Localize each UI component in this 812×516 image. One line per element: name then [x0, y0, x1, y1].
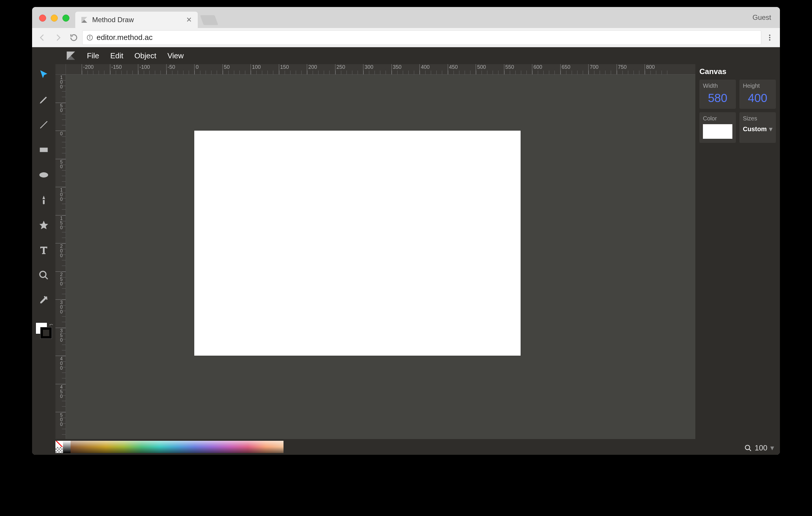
- svg-rect-11: [40, 148, 48, 152]
- palette-grayscale[interactable]: [63, 441, 70, 453]
- svg-line-14: [45, 277, 48, 279]
- canvas-color-swatch[interactable]: [703, 124, 732, 139]
- width-value[interactable]: 580: [703, 92, 732, 105]
- svg-line-16: [749, 449, 751, 451]
- browser-menu-button[interactable]: [762, 30, 777, 45]
- canvas-sizes-field[interactable]: Sizes Custom ▾: [740, 112, 776, 143]
- canvas-color-field[interactable]: Color: [699, 112, 736, 143]
- statusbar: 100 ▾: [32, 439, 780, 455]
- menu-file[interactable]: File: [87, 51, 99, 60]
- menu-edit[interactable]: Edit: [110, 51, 123, 60]
- svg-point-15: [745, 445, 750, 450]
- sizes-label: Sizes: [743, 115, 772, 122]
- ruler-horizontal[interactable]: -200-150-100-500501001502002503003504004…: [66, 64, 695, 74]
- canvas-height-field[interactable]: Height 400: [740, 80, 776, 109]
- canvas-area: -200-150-100-500501001502002503003504004…: [55, 64, 695, 439]
- address-bar[interactable]: editor.method.ac: [82, 30, 761, 45]
- zoom-tool[interactable]: [38, 269, 50, 281]
- panel-title: Canvas: [699, 67, 776, 76]
- zoom-icon: [744, 444, 752, 452]
- back-button[interactable]: [35, 30, 50, 45]
- browser-window: Method Draw ✕ Guest editor.method.ac: [32, 7, 780, 455]
- dropdown-caret-icon: ▾: [769, 125, 772, 133]
- properties-panel: Canvas Width 580 Height 400 Color: [695, 64, 780, 439]
- palette-transparent[interactable]: [55, 447, 63, 453]
- tab-title: Method Draw: [92, 16, 181, 24]
- shape-tool[interactable]: [38, 219, 50, 231]
- zoom-control[interactable]: 100 ▾: [744, 444, 774, 452]
- svg-point-6: [769, 37, 771, 38]
- forward-button[interactable]: [51, 30, 65, 45]
- color-label: Color: [703, 115, 732, 122]
- browser-tabstrip: Method Draw ✕ Guest: [32, 7, 780, 28]
- svg-point-12: [39, 172, 48, 178]
- pencil-tool[interactable]: [38, 94, 50, 105]
- svg-point-4: [90, 36, 90, 36]
- stroke-swatch[interactable]: [40, 327, 52, 339]
- app-menubar: File Edit Object View: [32, 47, 780, 64]
- close-window-button[interactable]: [39, 14, 46, 22]
- text-tool[interactable]: [38, 244, 50, 256]
- path-tool[interactable]: [38, 194, 50, 206]
- window-controls: [39, 14, 69, 22]
- svg-point-13: [40, 271, 46, 277]
- swap-fill-stroke-icon[interactable]: ⤺: [49, 322, 53, 327]
- height-value[interactable]: 400: [743, 92, 772, 105]
- palette-colors[interactable]: [70, 441, 284, 453]
- browser-tab[interactable]: Method Draw ✕: [75, 12, 198, 28]
- color-palette[interactable]: [55, 441, 284, 453]
- ellipse-tool[interactable]: [38, 169, 50, 181]
- rectangle-tool[interactable]: [38, 144, 50, 156]
- url-text: editor.method.ac: [96, 33, 152, 42]
- canvas-width-field[interactable]: Width 580: [699, 80, 736, 109]
- reload-button[interactable]: [66, 30, 81, 45]
- palette-none[interactable]: [55, 441, 63, 447]
- eyedropper-tool[interactable]: [38, 295, 50, 306]
- zoom-value[interactable]: 100: [755, 444, 767, 452]
- app-logo-icon[interactable]: [66, 51, 76, 61]
- ruler-vertical[interactable]: 10050050100150200250300350400450500: [55, 74, 66, 439]
- fill-stroke-swatches[interactable]: ⤺: [36, 323, 52, 339]
- maximize-window-button[interactable]: [62, 14, 69, 22]
- profile-label[interactable]: Guest: [753, 13, 771, 22]
- ruler-corner: [55, 64, 66, 74]
- svg-line-10: [40, 121, 47, 128]
- select-tool[interactable]: [38, 69, 50, 81]
- menu-object[interactable]: Object: [135, 51, 156, 60]
- new-tab-button[interactable]: [200, 15, 218, 25]
- tab-close-button[interactable]: ✕: [185, 16, 193, 24]
- svg-point-7: [769, 39, 771, 40]
- minimize-window-button[interactable]: [51, 14, 58, 22]
- svg-point-5: [769, 34, 771, 36]
- menu-view[interactable]: View: [167, 51, 184, 60]
- workspace: ⤺ -200-150-100-5005010015020025030035040…: [32, 64, 780, 439]
- sizes-value: Custom: [743, 125, 767, 133]
- artboard[interactable]: [194, 131, 521, 356]
- tab-favicon: [80, 16, 89, 24]
- height-label: Height: [743, 83, 772, 89]
- zoom-caret-icon: ▾: [770, 444, 774, 452]
- width-label: Width: [703, 83, 732, 89]
- line-tool[interactable]: [38, 119, 50, 131]
- app-root: File Edit Object View: [32, 47, 780, 455]
- site-info-icon[interactable]: [87, 34, 93, 41]
- canvas-viewport[interactable]: [66, 74, 695, 439]
- browser-toolbar: editor.method.ac: [32, 28, 780, 47]
- tool-palette: ⤺: [32, 64, 55, 439]
